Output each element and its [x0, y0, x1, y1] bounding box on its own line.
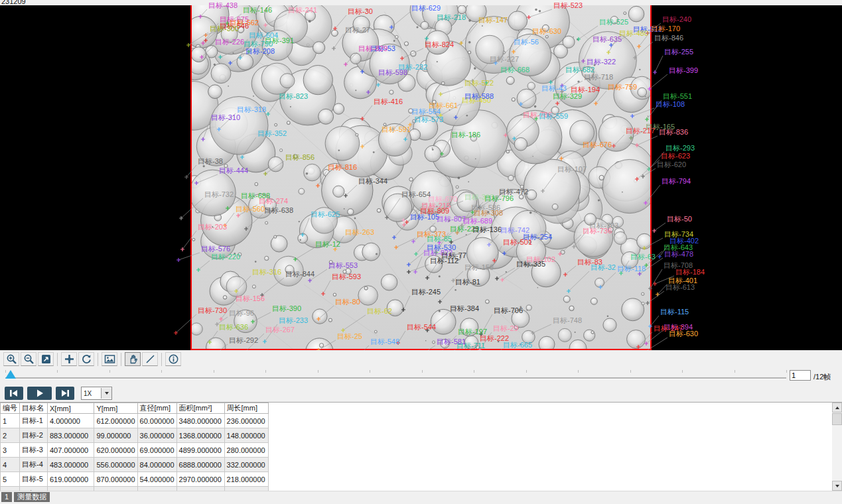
slider-tick — [474, 370, 474, 373]
table-cell: 目标-2 — [20, 428, 48, 443]
table-row[interactable]: 4目标-4483.000000556.00000084.0000006888.0… — [1, 458, 269, 472]
table-cell: 236.000000 — [224, 414, 268, 428]
slider-tick — [57, 370, 58, 373]
status-bar: 1测量数据 — [0, 491, 842, 504]
zoom-out-icon — [23, 353, 35, 365]
table-cell: 1368.000000 — [176, 428, 224, 443]
table-cell: 2 — [1, 428, 20, 443]
frame-number-input[interactable] — [790, 370, 811, 381]
table-cell: 148.000000 — [224, 428, 268, 443]
column-header[interactable]: Y[mm] — [94, 403, 137, 414]
zoom-in-icon — [6, 353, 17, 365]
toolbar-separator — [121, 353, 121, 366]
column-header[interactable]: 面积[mm²] — [176, 403, 224, 414]
table-cell: 280.000000 — [224, 443, 268, 458]
center-target-button[interactable] — [61, 352, 77, 366]
table-cell: 483.000000 — [48, 458, 94, 472]
table-cell: 4899.000000 — [176, 443, 224, 458]
slider-tick — [682, 370, 683, 373]
table-cell: 99.000000 — [94, 428, 137, 443]
table-cell: 620.000000 — [94, 443, 137, 458]
image-toolbar — [0, 350, 842, 367]
column-header[interactable]: 周长[mm] — [224, 403, 268, 414]
table-cell: 5 — [1, 472, 20, 487]
column-header[interactable]: X[mm] — [48, 403, 94, 414]
pan-hand-button[interactable] — [125, 352, 141, 366]
frame-slider-track[interactable] — [5, 377, 786, 379]
slider-tick — [786, 370, 787, 373]
table-body: 1目标-14.000000612.00000060.0000003480.000… — [1, 414, 269, 491]
fit-window-button[interactable] — [38, 352, 54, 366]
next-frame-button[interactable] — [56, 387, 74, 400]
column-header[interactable]: 直径[mm] — [137, 403, 176, 414]
table-cell: 目标-4 — [20, 458, 48, 472]
arrow-down-icon — [835, 485, 839, 487]
frame-slider-row: /12帧 — [0, 367, 842, 385]
table-cell: 84.000000 — [137, 458, 176, 472]
toolbar-separator — [161, 353, 162, 366]
status-tab-measure-data[interactable]: 测量数据 — [14, 492, 50, 502]
slider-tick — [422, 370, 423, 373]
table-cell: 6888.000000 — [176, 458, 224, 472]
table-cell: 619.000000 — [48, 472, 94, 487]
rotate-icon — [81, 353, 92, 365]
slider-tick — [735, 370, 735, 373]
info-icon — [168, 353, 179, 365]
table-cell: 36.000000 — [137, 428, 176, 443]
dropdown-arrow-icon[interactable] — [101, 388, 111, 399]
slider-tick — [578, 370, 579, 373]
table-row[interactable]: 2目标-2883.00000099.00000036.0000001368.00… — [1, 428, 269, 443]
table-scrollbar[interactable] — [832, 403, 842, 491]
zoom-out-button[interactable] — [21, 352, 36, 366]
table-cell: 870.000000 — [94, 472, 137, 487]
table-cell: 60.000000 — [137, 414, 176, 428]
measurement-table-panel: 编号目标名X[mm]Y[mm]直径[mm]面积[mm²]周长[mm] 1目标-1… — [0, 402, 842, 491]
frame-total-label: /12帧 — [813, 372, 831, 382]
table-cell: 883.000000 — [48, 428, 94, 443]
play-button[interactable] — [27, 387, 52, 400]
status-tab-index[interactable]: 1 — [1, 492, 12, 502]
column-header[interactable]: 编号 — [1, 403, 20, 414]
play-icon — [35, 389, 44, 397]
zoom-in-button[interactable] — [3, 352, 19, 366]
table-cell: 69.000000 — [137, 443, 176, 458]
table-cell: 4.000000 — [48, 414, 94, 428]
measurement-table[interactable]: 编号目标名X[mm]Y[mm]直径[mm]面积[mm²]周长[mm] 1目标-1… — [0, 403, 269, 491]
playback-speed-select[interactable]: 1X — [81, 387, 112, 400]
table-cell: 目标-1 — [20, 414, 48, 428]
slider-tick — [109, 370, 110, 373]
previous-frame-button[interactable] — [5, 387, 23, 400]
table-cell: 332.000000 — [224, 458, 268, 472]
center-target-icon — [64, 353, 75, 365]
scroll-down-button[interactable] — [832, 481, 842, 491]
frame-slider-thumb[interactable] — [5, 370, 16, 379]
slider-tick — [265, 370, 266, 373]
info-button[interactable] — [165, 352, 181, 366]
slider-tick — [161, 370, 162, 373]
previous-frame-icon — [9, 389, 19, 397]
table-cell: 3 — [1, 443, 20, 458]
scroll-up-button[interactable] — [832, 403, 842, 412]
column-header[interactable]: 目标名 — [20, 403, 48, 414]
scrollbar-thumb[interactable] — [832, 413, 842, 425]
bubble-field — [0, 5, 842, 350]
table-row[interactable]: 1目标-14.000000612.00000060.0000003480.000… — [1, 414, 269, 428]
playback-speed-value: 1X — [82, 390, 101, 397]
table-cell: 54.000000 — [137, 472, 176, 487]
table-cell: 4 — [1, 458, 20, 472]
table-cell: 407.000000 — [48, 443, 94, 458]
table-row[interactable]: 5目标-5619.000000870.00000054.0000002970.0… — [1, 472, 269, 487]
slider-tick — [318, 370, 318, 373]
video-canvas[interactable]: 目标-438目标-146目标-241目标-30目标-629目标-218目标-14… — [0, 5, 842, 350]
snapshot-button[interactable] — [102, 352, 117, 366]
slider-tick — [370, 370, 370, 373]
rotate-button[interactable] — [78, 352, 94, 366]
slider-tick — [214, 370, 214, 373]
toolbar-separator — [98, 353, 98, 366]
table-cell: 612.000000 — [94, 414, 137, 428]
measure-line-button[interactable] — [142, 352, 158, 366]
table-row[interactable]: 3目标-3407.000000620.00000069.0000004899.0… — [1, 443, 269, 458]
fit-window-icon — [40, 353, 52, 365]
table-cell: 目标-3 — [20, 443, 48, 458]
table-cell: 556.000000 — [94, 458, 137, 472]
